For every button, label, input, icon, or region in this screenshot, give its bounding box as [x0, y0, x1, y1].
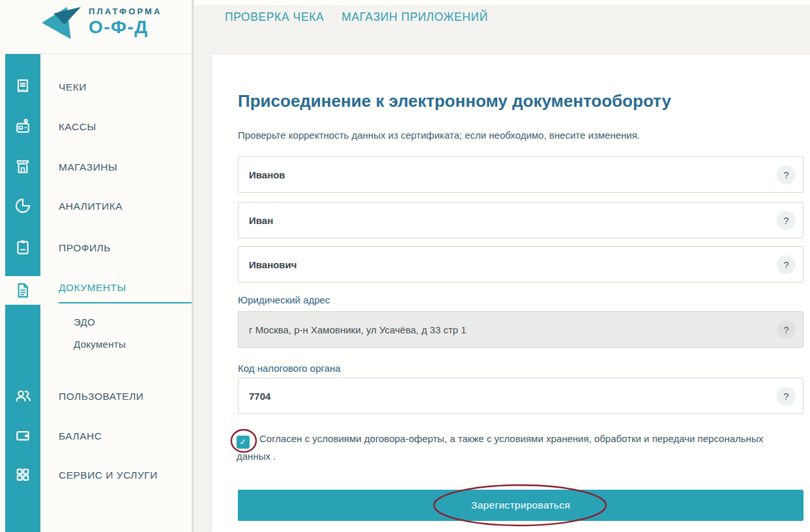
surname-input[interactable]	[239, 157, 803, 192]
logo-arrow-icon	[40, 4, 86, 40]
help-button[interactable]: ?	[777, 165, 796, 184]
help-button[interactable]: ?	[777, 387, 796, 406]
sidebar-subitem-dokumenty[interactable]: Документы	[74, 339, 126, 350]
grid-icon[interactable]	[14, 466, 32, 484]
first-name-input[interactable]	[239, 203, 803, 238]
surname-field-wrap: ?	[238, 156, 803, 193]
help-button[interactable]: ?	[777, 320, 796, 339]
active-item-underline	[59, 302, 192, 303]
consent-text: Согласен с условиями договора-оферты, а …	[237, 433, 763, 462]
edo-registration-card: Присоединение к электронному документооб…	[212, 55, 810, 532]
brand-name-top: ПЛАТФОРМА	[89, 7, 162, 16]
sidebar-item-balans[interactable]: БАЛАНС	[59, 430, 102, 442]
help-button[interactable]: ?	[777, 211, 796, 230]
card-icon[interactable]	[14, 427, 32, 445]
page-title: Присоединение к электронному документооб…	[238, 91, 671, 111]
sidebar-item-polzovateli[interactable]: ПОЛЬЗОВАТЕЛИ	[59, 391, 144, 402]
platform-ofd-logo[interactable]: ПЛАТФОРМА О-Ф-Д	[40, 4, 162, 40]
register-button[interactable]: Зарегистрироваться	[238, 490, 803, 521]
nav-link-proverka-cheka[interactable]: ПРОВЕРКА ЧЕКА	[225, 10, 324, 24]
users-icon[interactable]	[14, 387, 32, 405]
receipt-icon[interactable]	[14, 77, 32, 96]
patronymic-input[interactable]	[239, 247, 803, 282]
store-icon[interactable]	[14, 158, 32, 176]
sidebar: ПЛАТФОРМА О-Ф-Д	[0, 0, 192, 532]
clipboard-icon[interactable]	[14, 238, 32, 257]
sidebar-item-servis-i-uslugi[interactable]: СЕРВИС И УСЛУГИ	[59, 469, 158, 481]
legal-address-input[interactable]	[239, 312, 803, 347]
pie-chart-icon[interactable]	[14, 197, 32, 215]
consent-row: ✓Согласен с условиями договора-оферты, а…	[237, 431, 794, 464]
sidebar-item-analitika[interactable]: АНАЛИТИКА	[59, 201, 123, 212]
legal-address-label: Юридический адрес	[238, 294, 330, 305]
tax-code-label: Код налогового органа	[238, 363, 341, 374]
sidebar-item-kassy[interactable]: КАССЫ	[59, 121, 96, 133]
tax-code-input[interactable]	[239, 378, 803, 413]
nav-link-magazin-prilozheniy[interactable]: МАГАЗИН ПРИЛОЖЕНИЙ	[341, 10, 488, 24]
tax-code-field-wrap: ?	[238, 378, 803, 414]
sidebar-content-divider	[192, 0, 194, 532]
help-button[interactable]: ?	[777, 255, 796, 274]
sidebar-item-profil[interactable]: ПРОФИЛЬ	[59, 242, 111, 254]
document-icon[interactable]	[14, 281, 32, 300]
sidebar-subitem-edo[interactable]: ЭДО	[74, 316, 95, 328]
first-name-field-wrap: ?	[238, 202, 803, 238]
consent-checkbox[interactable]: ✓	[237, 436, 250, 449]
legal-address-field-wrap: ?	[238, 311, 803, 348]
page-subtitle: Проверьте корректность данных из сертифи…	[238, 130, 640, 141]
sidebar-item-magaziny[interactable]: МАГАЗИНЫ	[59, 161, 117, 173]
sidebar-item-cheki[interactable]: ЧЕКИ	[59, 81, 87, 93]
cash-register-icon[interactable]	[14, 117, 32, 135]
patronymic-field-wrap: ?	[238, 246, 803, 283]
sidebar-item-dokumenty[interactable]: ДОКУМЕНТЫ	[59, 282, 126, 294]
brand-name-bottom: О-Ф-Д	[89, 17, 162, 38]
top-navigation: ПРОВЕРКА ЧЕКА МАГАЗИН ПРИЛОЖЕНИЙ	[225, 10, 488, 24]
